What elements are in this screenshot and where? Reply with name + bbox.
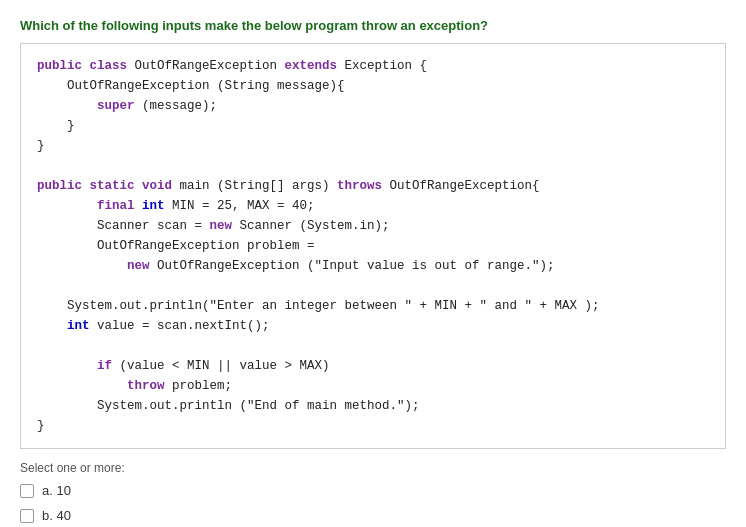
option-a-label: a. 10: [42, 483, 71, 498]
option-b[interactable]: b. 40: [20, 508, 726, 523]
select-label: Select one or more:: [20, 461, 726, 475]
question-text: Which of the following inputs make the b…: [20, 18, 726, 33]
checkbox-b[interactable]: [20, 509, 34, 523]
option-a[interactable]: a. 10: [20, 483, 726, 498]
options-list: a. 10 b. 40 c. 50 d. 30: [20, 483, 726, 527]
code-block: public class OutOfRangeException extends…: [20, 43, 726, 449]
option-b-label: b. 40: [42, 508, 71, 523]
checkbox-a[interactable]: [20, 484, 34, 498]
